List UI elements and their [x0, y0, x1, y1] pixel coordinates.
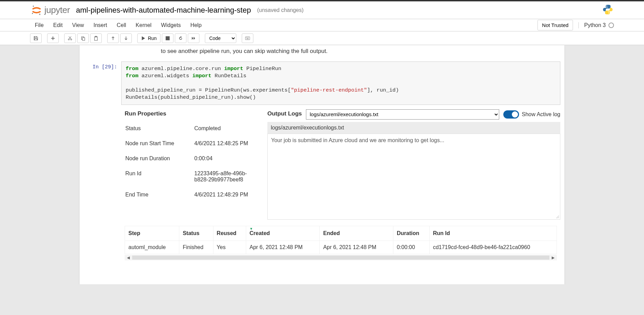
scroll-track[interactable]: [132, 256, 549, 260]
prop-label: Run Id: [122, 166, 190, 187]
menu-cell[interactable]: Cell: [112, 19, 131, 31]
run-button[interactable]: Run: [137, 33, 160, 43]
svg-rect-9: [95, 37, 98, 40]
col-step[interactable]: Step: [125, 226, 179, 241]
notebook-title[interactable]: aml-pipelines-with-automated-machine-lea…: [76, 6, 251, 15]
menu-widgets[interactable]: Widgets: [156, 19, 186, 31]
horizontal-scrollbar[interactable]: ◄ ►: [125, 255, 557, 260]
sort-indicator-icon: ▼: [250, 227, 253, 231]
svg-point-6: [71, 39, 72, 40]
svg-point-2: [32, 13, 33, 14]
steps-table: Step Status Reused ▼Created Ended Durati…: [125, 226, 557, 254]
prop-label: End Time: [122, 188, 190, 202]
scroll-left-arrow-icon[interactable]: ◄: [125, 255, 131, 260]
scroll-right-arrow-icon[interactable]: ►: [550, 255, 556, 260]
save-icon: [33, 36, 38, 41]
menu-file[interactable]: File: [30, 19, 48, 31]
cell-prompt: In [29]:: [84, 61, 121, 264]
logo-text: jupyter: [44, 5, 70, 15]
svg-point-3: [606, 6, 607, 7]
output-logs-panel: Output Logs logs/azureml/executionlogs.t…: [267, 108, 560, 220]
play-icon: [141, 36, 146, 41]
col-reused[interactable]: Reused: [213, 226, 246, 241]
restart-button[interactable]: [175, 33, 186, 43]
prop-value: 12233495-a8fe-496b-b828-29b9977beef8: [191, 166, 258, 187]
stop-button[interactable]: [162, 33, 173, 43]
prop-value: 0:00:04: [191, 151, 258, 166]
fast-forward-button[interactable]: [188, 33, 199, 43]
menu-insert[interactable]: Insert: [89, 19, 112, 31]
prop-value: 4/6/2021 12:48:29 PM: [191, 188, 258, 202]
svg-rect-14: [247, 37, 247, 38]
prop-label: Status: [122, 121, 190, 136]
paste-button[interactable]: [90, 33, 102, 43]
run-label: Run: [148, 36, 157, 41]
prop-label: Node run Start Time: [122, 136, 190, 151]
cell-duration: 0:00:00: [393, 241, 429, 254]
cell-step: automl_module: [125, 241, 179, 254]
svg-rect-17: [247, 38, 249, 39]
cell-created: Apr 6, 2021 12:48 PM: [246, 241, 320, 254]
run-properties-panel: Run Properties StatusCompleted Node run …: [121, 108, 259, 220]
menu-help[interactable]: Help: [185, 19, 206, 31]
refresh-icon: [178, 36, 183, 41]
svg-rect-11: [166, 36, 170, 40]
active-log-toggle[interactable]: [503, 110, 519, 119]
command-palette-button[interactable]: [242, 33, 253, 43]
copy-icon: [81, 36, 85, 41]
svg-point-5: [68, 39, 70, 40]
prop-value: Completed: [191, 121, 258, 136]
markdown-text-fragment: to see another pipeline run, you can ski…: [80, 45, 564, 60]
add-cell-button[interactable]: [47, 33, 59, 43]
log-output-box[interactable]: Your job is submitted in Azure cloud and…: [267, 134, 560, 220]
log-file-path: logs/azureml/executionlogs.txt: [267, 122, 560, 134]
jupyter-logo[interactable]: jupyter: [31, 4, 70, 16]
col-duration[interactable]: Duration: [393, 226, 429, 241]
cell-reused: Yes: [213, 241, 246, 254]
unsaved-indicator: (unsaved changes): [257, 7, 304, 13]
menu-view[interactable]: View: [67, 19, 88, 31]
prop-label: Node run Duration: [122, 151, 190, 166]
log-message: Your job is submitted in Azure cloud and…: [271, 137, 444, 143]
col-status[interactable]: Status: [179, 226, 213, 241]
cell-type-select[interactable]: Code: [205, 33, 236, 43]
toolbar: Run Code: [0, 31, 644, 45]
code-cell[interactable]: In [29]: from azureml.pipeline.core.run …: [80, 60, 564, 265]
menu-kernel[interactable]: Kernel: [131, 19, 156, 31]
python-logo-icon: [602, 4, 613, 16]
cut-button[interactable]: [64, 33, 76, 43]
col-created[interactable]: ▼Created: [246, 226, 320, 241]
cell-status: Finished: [179, 241, 213, 254]
table-row[interactable]: automl_module Finished Yes Apr 6, 2021 1…: [125, 241, 557, 254]
fast-forward-icon: [191, 36, 196, 41]
col-ended[interactable]: Ended: [320, 226, 393, 241]
svg-point-4: [608, 13, 610, 14]
resize-grip-icon[interactable]: [555, 215, 559, 219]
save-button[interactable]: [30, 33, 42, 43]
svg-point-1: [39, 13, 40, 15]
move-up-button[interactable]: [107, 33, 119, 43]
output-logs-title: Output Logs: [267, 108, 302, 121]
cell-ended: Apr 6, 2021 12:48 PM: [320, 241, 393, 254]
scissors-icon: [68, 36, 72, 41]
toggle-label: Show Active log: [522, 111, 560, 118]
menubar: File Edit View Insert Cell Kernel Widget…: [0, 19, 644, 31]
kernel-name: Python 3: [584, 22, 606, 28]
move-down-button[interactable]: [120, 33, 132, 43]
cell-runid: cd1719cd-fced-48d9-be46-fa221ca0960: [429, 241, 557, 254]
svg-rect-12: [245, 37, 250, 40]
svg-rect-8: [82, 38, 85, 40]
trust-button[interactable]: Not Trusted: [537, 20, 573, 30]
col-runid[interactable]: Run Id: [429, 226, 557, 241]
steps-table-wrap: Step Status Reused ▼Created Ended Durati…: [125, 220, 557, 260]
code-editor[interactable]: from azureml.pipeline.core.run import Pi…: [121, 61, 560, 105]
plus-icon: [51, 36, 55, 41]
menu-edit[interactable]: Edit: [48, 19, 68, 31]
arrow-down-icon: [124, 36, 128, 41]
paste-icon: [94, 36, 98, 41]
copy-button[interactable]: [77, 33, 89, 43]
properties-table: StatusCompleted Node run Start Time4/6/2…: [121, 121, 259, 203]
kernel-indicator[interactable]: Python 3: [578, 22, 614, 28]
logs-file-select[interactable]: logs/azureml/executionlogs.txt: [306, 109, 499, 120]
arrow-up-icon: [111, 36, 115, 41]
